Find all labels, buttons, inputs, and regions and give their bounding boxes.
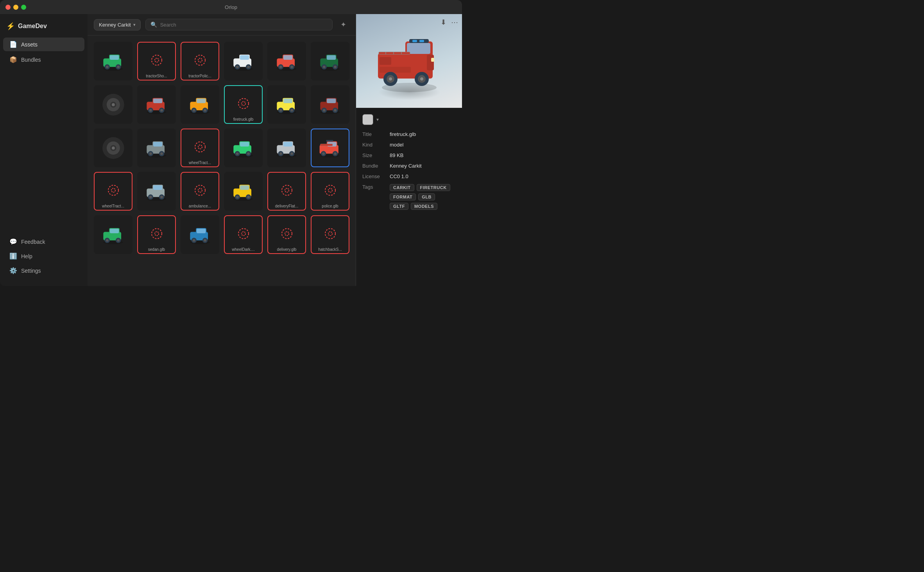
asset-cell[interactable]: ambulance... bbox=[181, 172, 219, 211]
svg-rect-3 bbox=[110, 55, 119, 60]
asset-cell[interactable] bbox=[224, 172, 263, 211]
svg-point-19 bbox=[247, 66, 250, 68]
titlebar: Orlop bbox=[0, 0, 462, 14]
missing-asset-icon bbox=[238, 228, 249, 242]
asset-cell[interactable] bbox=[94, 129, 133, 167]
svg-point-25 bbox=[279, 66, 282, 68]
svg-point-136 bbox=[325, 185, 335, 195]
svg-point-143 bbox=[106, 239, 109, 242]
preview-area: ⬇ ⋯ bbox=[356, 14, 462, 108]
svg-point-161 bbox=[328, 232, 332, 236]
missing-asset-icon bbox=[107, 184, 119, 198]
asset-cell[interactable] bbox=[94, 85, 133, 124]
svg-point-114 bbox=[108, 185, 118, 195]
asset-cell[interactable] bbox=[181, 215, 219, 254]
sidebar-item-feedback[interactable]: 💬 Feedback bbox=[3, 235, 84, 248]
svg-point-7 bbox=[117, 66, 120, 68]
asset-cell[interactable] bbox=[137, 172, 176, 211]
svg-rect-81 bbox=[153, 142, 162, 147]
svg-point-85 bbox=[160, 152, 163, 155]
download-button[interactable]: ⬇ bbox=[441, 18, 446, 27]
asset-label: deliveryFlat... bbox=[268, 204, 305, 208]
asset-cell[interactable] bbox=[311, 42, 349, 80]
svg-rect-109 bbox=[326, 140, 333, 142]
asset-cell[interactable] bbox=[267, 42, 306, 80]
window-title: Orlop bbox=[225, 4, 237, 10]
asset-cell[interactable] bbox=[311, 85, 349, 124]
color-selector[interactable]: ▾ bbox=[362, 114, 456, 125]
sidebar-item-bundles[interactable]: 📦 Bundles bbox=[3, 53, 84, 66]
asset-label: hatchbackS... bbox=[312, 247, 349, 252]
svg-point-182 bbox=[420, 77, 423, 80]
sidebar-brand: ⚡ GameDev bbox=[0, 19, 88, 34]
tag: GLB bbox=[418, 193, 435, 200]
svg-point-83 bbox=[149, 152, 152, 155]
detail-row-title: Title firetruck.glb bbox=[362, 131, 456, 137]
asset-cell[interactable] bbox=[224, 129, 263, 167]
asset-cell[interactable]: police.glb bbox=[311, 172, 349, 211]
svg-point-156 bbox=[238, 229, 249, 239]
asset-cell[interactable] bbox=[137, 85, 176, 124]
asset-cell[interactable] bbox=[224, 42, 263, 80]
tag: MODELS bbox=[411, 203, 437, 210]
svg-rect-172 bbox=[380, 67, 411, 73]
asset-cell[interactable]: hatchbackS... bbox=[311, 215, 349, 254]
svg-rect-166 bbox=[412, 40, 417, 42]
asset-cell[interactable] bbox=[94, 215, 133, 254]
svg-rect-173 bbox=[379, 52, 410, 54]
asset-cell[interactable]: wheelTract... bbox=[94, 172, 133, 211]
svg-rect-119 bbox=[153, 186, 162, 190]
svg-rect-171 bbox=[380, 57, 391, 65]
close-button[interactable] bbox=[5, 5, 11, 10]
svg-point-11 bbox=[198, 58, 202, 62]
asset-cell[interactable] bbox=[311, 129, 349, 167]
svg-rect-170 bbox=[431, 58, 434, 62]
asset-cell[interactable] bbox=[267, 129, 306, 167]
asset-cell[interactable] bbox=[137, 129, 176, 167]
asset-cell[interactable]: wheelTract... bbox=[181, 129, 219, 167]
search-input[interactable] bbox=[160, 22, 328, 28]
missing-asset-icon bbox=[281, 228, 293, 242]
color-swatch[interactable] bbox=[362, 114, 373, 125]
asset-cell[interactable]: delivery.glb bbox=[267, 215, 306, 254]
settings-icon: ⚙️ bbox=[9, 267, 17, 274]
asset-cell[interactable]: tractorPolic... bbox=[181, 42, 219, 80]
asset-cell[interactable] bbox=[181, 85, 219, 124]
filter-button[interactable]: ✦ bbox=[337, 19, 349, 30]
tags-row: Tags CARKITFIRETRUCKFORMATGLBGLTFMODELS bbox=[362, 184, 456, 210]
asset-cell[interactable]: wheelDark.... bbox=[224, 215, 263, 254]
asset-cell[interactable]: tractorSho... bbox=[137, 42, 176, 80]
svg-rect-129 bbox=[240, 186, 249, 190]
asset-cell[interactable]: deliveryFlat... bbox=[267, 172, 306, 211]
svg-rect-151 bbox=[197, 229, 206, 234]
more-options-button[interactable]: ⋯ bbox=[451, 18, 458, 27]
svg-point-131 bbox=[236, 196, 239, 198]
svg-point-115 bbox=[111, 188, 115, 192]
svg-point-55 bbox=[204, 109, 206, 112]
maximize-button[interactable] bbox=[21, 5, 26, 10]
minimize-button[interactable] bbox=[13, 5, 18, 10]
bundle-label: Bundle bbox=[362, 163, 390, 169]
detail-row-bundle: Bundle Kenney Carkit bbox=[362, 163, 456, 169]
asset-cell[interactable]: firetruck.glb bbox=[224, 85, 263, 124]
tags-label: Tags bbox=[362, 184, 390, 190]
kind-label: Kind bbox=[362, 142, 390, 148]
tag: FORMAT bbox=[390, 193, 416, 200]
bundle-selector[interactable]: Kenney Carkit ▾ bbox=[94, 19, 141, 30]
svg-point-95 bbox=[247, 152, 250, 155]
asset-cell[interactable] bbox=[94, 42, 133, 80]
feedback-icon: 💬 bbox=[9, 238, 17, 245]
svg-point-103 bbox=[290, 152, 293, 155]
search-bar: Kenney Carkit ▾ 🔍 ✦ bbox=[88, 14, 356, 36]
svg-rect-69 bbox=[327, 99, 336, 104]
sidebar-item-assets[interactable]: 📄 Assets bbox=[3, 38, 84, 51]
asset-cell[interactable]: sedan.glb bbox=[137, 215, 176, 254]
title-value: firetruck.glb bbox=[390, 131, 416, 137]
svg-rect-43 bbox=[153, 99, 162, 104]
asset-cell[interactable] bbox=[267, 85, 306, 124]
sidebar-item-help[interactable]: ℹ️ Help bbox=[3, 249, 84, 263]
sidebar-item-settings[interactable]: ⚙️ Settings bbox=[3, 264, 84, 277]
svg-rect-165 bbox=[409, 39, 429, 43]
preview-toolbar: ⬇ ⋯ bbox=[441, 18, 458, 27]
asset-label: tractorSho... bbox=[138, 74, 175, 78]
